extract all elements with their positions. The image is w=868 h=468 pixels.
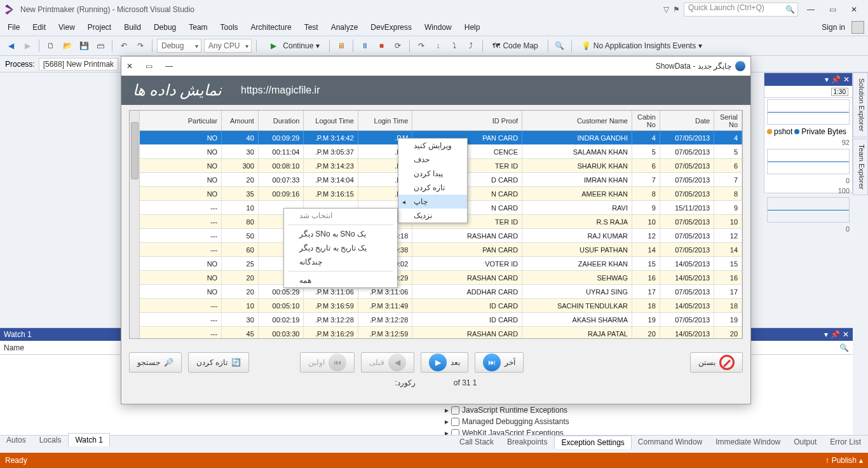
- col-serial[interactable]: Serial No: [714, 111, 742, 130]
- expand-icon[interactable]: ▸: [445, 417, 449, 426]
- expand-icon[interactable]: ▸: [445, 406, 449, 415]
- menu-file[interactable]: File: [4, 20, 26, 34]
- quick-launch-input[interactable]: Quick Launch (Ctrl+Q) 🔍: [684, 3, 798, 17]
- menu-edit[interactable]: Edit: [26, 20, 52, 34]
- table-row[interactable]: ---4500:03:30.P.M 3:16:29.P.M 3:12:59RAS…: [140, 327, 742, 338]
- dropdown-icon[interactable]: ▾: [824, 330, 828, 339]
- browser-icon[interactable]: 🖥: [334, 39, 348, 53]
- table-row[interactable]: ---1000:05:10.P.M 3:16:59.P.M 3:11:49ID …: [140, 299, 742, 313]
- step-into-icon[interactable]: ↓: [431, 39, 445, 53]
- insights-button[interactable]: 💡No Application Insights Events ▾: [576, 39, 707, 53]
- restart-icon[interactable]: ⟳: [391, 39, 405, 53]
- tab-locals[interactable]: Locals: [33, 434, 69, 446]
- scroll-thumb[interactable]: [131, 122, 139, 179]
- avatar-icon[interactable]: [851, 21, 864, 34]
- find-icon[interactable]: 🔍: [553, 39, 567, 53]
- ctx-all[interactable]: همه: [284, 273, 397, 287]
- ctx-sno-range[interactable]: یک SNo به SNo دیگر: [284, 227, 397, 241]
- config-dropdown[interactable]: Debug: [157, 39, 201, 53]
- tab-watch-1[interactable]: Watch 1: [68, 433, 110, 446]
- pause-icon[interactable]: ⏸: [358, 39, 372, 53]
- sign-in-link[interactable]: Sign in: [817, 20, 850, 34]
- refresh-button[interactable]: تازه کردن🔄: [188, 352, 249, 373]
- col-customer[interactable]: Customer Name: [522, 111, 632, 130]
- tab-autos[interactable]: Autos: [0, 434, 33, 446]
- open-icon[interactable]: 📂: [60, 39, 74, 53]
- tab-exception-settings[interactable]: Exception Settings: [554, 436, 631, 449]
- col-cabin[interactable]: Cabin No: [632, 111, 660, 130]
- child-minimize-icon[interactable]: —: [165, 62, 173, 71]
- step-out-icon[interactable]: ⤴: [464, 39, 478, 53]
- notifications-icon[interactable]: ▽: [663, 5, 669, 14]
- undo-icon[interactable]: ↶: [117, 39, 131, 53]
- table-row[interactable]: ---603:09:38PAN CARDUSUF PATHAN1407/05/2…: [140, 243, 742, 257]
- process-value[interactable]: [5688] New Printmak: [39, 58, 118, 71]
- col-login[interactable]: Login Time: [358, 111, 412, 130]
- ctx-date-range[interactable]: یک تاریخ به تاریخ دیگر: [284, 241, 397, 255]
- ctx-multiple[interactable]: چندگانه: [284, 255, 397, 269]
- col-logout[interactable]: Logout Time: [304, 111, 358, 130]
- col-amount[interactable]: Amount: [222, 111, 259, 130]
- step-over-icon[interactable]: ⤵: [447, 39, 461, 53]
- child-close-icon[interactable]: ✕: [126, 62, 133, 71]
- ctx-refresh[interactable]: تازه کردن: [398, 181, 467, 195]
- new-project-icon[interactable]: 🗋: [44, 39, 58, 53]
- menu-project[interactable]: Project: [81, 20, 118, 34]
- menu-view[interactable]: View: [52, 20, 81, 34]
- table-row[interactable]: ---503:08:18RASHAN CARDRAJ KUMAR1207/05/…: [140, 229, 742, 243]
- last-button[interactable]: ⏭آخر: [475, 352, 524, 373]
- search-button[interactable]: جستجو🔎: [129, 352, 182, 373]
- menu-analyze[interactable]: Analyze: [325, 20, 365, 34]
- tab-solution-explorer[interactable]: Solution Explorer: [853, 72, 868, 137]
- table-row[interactable]: NO253:10:02VOTER IDZAHEER KHAN1514/05/20…: [140, 257, 742, 271]
- ctx-print[interactable]: ◂چاپ: [398, 195, 467, 209]
- menu-tools[interactable]: Tools: [214, 20, 245, 34]
- table-row[interactable]: NO2000:05:29.P.M 3:11:06.P.M 3:11:06ADDH…: [140, 285, 742, 299]
- tab-call-stack[interactable]: Call Stack: [453, 436, 501, 449]
- close-button[interactable]: ✕: [845, 3, 863, 17]
- menu-devexpress[interactable]: DevExpress: [364, 20, 418, 34]
- tab-breakpoints[interactable]: Breakpoints: [501, 436, 554, 449]
- feedback-icon[interactable]: ⚑: [673, 5, 680, 14]
- platform-dropdown[interactable]: Any CPU: [204, 39, 252, 53]
- close-icon[interactable]: ✕: [843, 330, 849, 339]
- menu-architecture[interactable]: Architecture: [245, 20, 298, 34]
- tab-command-window[interactable]: Command Window: [632, 436, 709, 449]
- col-duration[interactable]: Duration: [259, 111, 304, 130]
- continue-button[interactable]: ▶Continue ▾: [261, 39, 325, 53]
- first-button[interactable]: اولین⏮: [300, 352, 355, 373]
- stop-icon[interactable]: ■: [374, 39, 388, 53]
- tab-output[interactable]: Output: [787, 436, 824, 449]
- ctx-close[interactable]: نزدیک: [398, 209, 467, 223]
- col-particular[interactable]: Particular: [140, 111, 222, 130]
- menu-window[interactable]: Window: [418, 20, 458, 34]
- menu-build[interactable]: Build: [118, 20, 147, 34]
- restore-button[interactable]: ▭: [824, 3, 841, 17]
- ctx-find[interactable]: پیدا کردن: [398, 167, 467, 181]
- publish-button[interactable]: ↑ Publish ▴: [825, 456, 863, 465]
- tab-error-list[interactable]: Error List: [824, 436, 868, 449]
- tab-team-explorer[interactable]: Team Explorer: [853, 139, 868, 195]
- close-data-button[interactable]: بستن: [690, 352, 743, 373]
- minimize-button[interactable]: —: [802, 3, 820, 17]
- nav-back-icon[interactable]: ◀: [4, 39, 18, 53]
- prev-button[interactable]: قبلی◀: [361, 352, 414, 373]
- menu-debug[interactable]: Debug: [147, 20, 182, 34]
- exc-check[interactable]: [451, 406, 459, 415]
- table-row[interactable]: NO203:10:29RASHAN CARDSEHWAG1614/05/2013…: [140, 271, 742, 285]
- child-restore-icon[interactable]: ▭: [146, 62, 153, 71]
- ctx-delete[interactable]: حذف: [398, 153, 467, 167]
- watch-search-icon[interactable]: 🔍: [839, 343, 849, 352]
- menu-help[interactable]: Help: [458, 20, 487, 34]
- col-date[interactable]: Date: [660, 111, 714, 130]
- col-idproof[interactable]: ID Proof: [412, 111, 522, 130]
- redo-icon[interactable]: ↷: [133, 39, 147, 53]
- menu-test[interactable]: Test: [298, 20, 325, 34]
- codemap-button[interactable]: 🗺Code Map: [487, 39, 543, 53]
- step-next-icon[interactable]: ↷: [414, 39, 428, 53]
- exc-check[interactable]: [451, 418, 459, 426]
- next-button[interactable]: ▶بعد: [421, 352, 468, 373]
- pin-icon[interactable]: 📌: [831, 330, 840, 339]
- table-row[interactable]: ---3000:02:19.P.M 3:12:28.P.M 3:12:28ID …: [140, 313, 742, 327]
- grid-scrollbar[interactable]: [130, 111, 140, 338]
